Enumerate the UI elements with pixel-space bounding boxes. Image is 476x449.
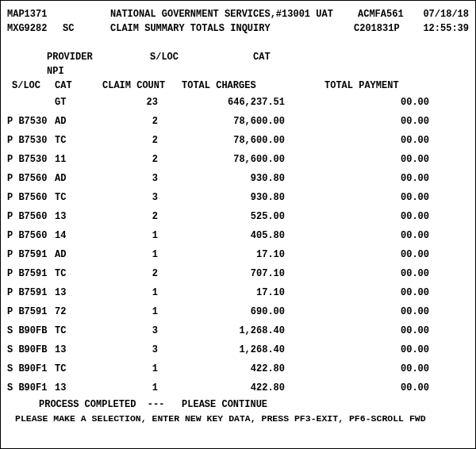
- cell-cat: AD: [55, 174, 94, 183]
- cell-sloc: P B7560: [7, 174, 55, 183]
- cell-sloc: S B90FB: [7, 326, 55, 336]
- cell-payment: 00.00: [285, 174, 469, 183]
- screen-id: MAP1371: [7, 10, 110, 19]
- cell-sloc: P B7591: [7, 288, 55, 297]
- cell-sloc: P B7530: [7, 136, 55, 145]
- col-claim-count: CLAIM COUNT: [102, 81, 182, 90]
- date-value: 07/18/18: [413, 10, 469, 19]
- cat-label: CAT: [253, 52, 469, 62]
- cell-count: 1: [94, 307, 158, 317]
- col-sloc: S/LOC: [7, 81, 55, 90]
- cell-charges: 1,268.40: [158, 326, 285, 336]
- cell-charges: 930.80: [158, 193, 285, 202]
- header-line-1: MAP1371 NATIONAL GOVERNMENT SERVICES,#13…: [7, 7, 469, 21]
- table-row[interactable]: P B7591TC2707.1000.00: [7, 264, 469, 283]
- cell-sloc: S B90FB: [7, 345, 55, 355]
- table-row[interactable]: P B7560TC3930.8000.00: [7, 188, 469, 207]
- cell-cat: TC: [55, 364, 94, 374]
- col-total-charges: TOTAL CHARGES: [182, 81, 301, 90]
- table-row[interactable]: S B90F1131422.8000.00: [7, 378, 469, 397]
- cell-cat: AD: [55, 250, 94, 259]
- cell-count: 2: [94, 155, 158, 164]
- cell-cat: 11: [55, 155, 94, 164]
- session-id: C201831P: [354, 24, 413, 33]
- cell-charges: 422.80: [158, 383, 285, 393]
- cell-payment: 00.00: [285, 383, 469, 393]
- cell-charges: 707.10: [158, 269, 285, 278]
- cell-sloc: P B7591: [7, 307, 55, 317]
- cell-cat: TC: [55, 269, 94, 278]
- cell-sloc: S B90F1: [7, 383, 55, 393]
- cell-count: 23: [94, 98, 158, 107]
- cell-payment: 00.00: [285, 326, 469, 336]
- cell-sloc: P B7560: [7, 212, 55, 221]
- status-text: PROCESS COMPLETED --- PLEASE CONTINUE: [39, 400, 267, 409]
- cell-payment: 00.00: [285, 193, 469, 202]
- cell-count: 2: [94, 269, 158, 278]
- mode-value: SC: [63, 24, 110, 33]
- cell-count: 3: [94, 174, 158, 183]
- cell-sloc: P B7530: [7, 117, 55, 126]
- cell-cat: TC: [55, 136, 94, 145]
- table-row[interactable]: S B90F1TC1422.8000.00: [7, 359, 469, 378]
- time-value: 12:55:39: [413, 24, 469, 33]
- col-cat: CAT: [55, 81, 102, 90]
- npi-line: NPI: [7, 64, 469, 79]
- cell-payment: 00.00: [285, 250, 469, 259]
- cell-charges: 78,600.00: [158, 117, 285, 126]
- cell-count: 1: [94, 250, 158, 259]
- table-row[interactable]: P B7560141405.8000.00: [7, 226, 469, 245]
- cell-sloc: P B7560: [7, 231, 55, 240]
- cell-payment: 00.00: [285, 155, 469, 164]
- cell-payment: 00.00: [285, 117, 469, 126]
- cell-charges: 422.80: [158, 364, 285, 374]
- cell-count: 1: [94, 231, 158, 240]
- table-row[interactable]: P B7591721690.0000.00: [7, 302, 469, 321]
- cell-payment: 00.00: [285, 345, 469, 355]
- screen-title: CLAIM SUMMARY TOTALS INQUIRY: [110, 24, 354, 33]
- cell-charges: 646,237.51: [158, 98, 285, 107]
- cell-cat: 13: [55, 288, 94, 297]
- cell-charges: 17.10: [158, 288, 285, 297]
- cell-count: 3: [94, 326, 158, 336]
- cell-charges: 405.80: [158, 231, 285, 240]
- cell-charges: 78,600.00: [158, 136, 285, 145]
- cell-cat: 72: [55, 307, 94, 317]
- table-row[interactable]: P B7530AD278,600.0000.00: [7, 112, 469, 131]
- provider-label: PROVIDER: [7, 52, 150, 62]
- cell-count: 1: [94, 288, 158, 297]
- cell-cat: 14: [55, 231, 94, 240]
- cell-payment: 00.00: [285, 269, 469, 278]
- cell-cat: GT: [55, 98, 94, 107]
- cell-cat: 13: [55, 212, 94, 221]
- cell-payment: 00.00: [285, 231, 469, 240]
- cell-count: 3: [94, 345, 158, 355]
- table-row[interactable]: P B7560AD3930.8000.00: [7, 169, 469, 188]
- cell-sloc: P B7591: [7, 250, 55, 259]
- cell-charges: 525.00: [158, 212, 285, 221]
- cell-payment: 00.00: [285, 136, 469, 145]
- cell-payment: 00.00: [285, 212, 469, 221]
- org-title: NATIONAL GOVERNMENT SERVICES,#13001 UAT: [110, 10, 358, 19]
- cell-payment: 00.00: [285, 98, 469, 107]
- user-id: MXG9282: [7, 24, 63, 33]
- table-row[interactable]: P B753011278,600.0000.00: [7, 150, 469, 169]
- table-body: GT23646,237.5100.00P B7530AD278,600.0000…: [7, 93, 469, 397]
- cell-sloc: S B90F1: [7, 364, 55, 374]
- cell-sloc: P B7560: [7, 193, 55, 202]
- table-row[interactable]: S B90FBTC31,268.4000.00: [7, 321, 469, 340]
- table-row[interactable]: P B7560132525.0000.00: [7, 207, 469, 226]
- status-line: PROCESS COMPLETED --- PLEASE CONTINUE: [7, 397, 469, 412]
- col-total-payment: TOTAL PAYMENT: [301, 81, 469, 90]
- table-row[interactable]: P B759113117.1000.00: [7, 283, 469, 302]
- table-row[interactable]: S B90FB1331,268.4000.00: [7, 340, 469, 359]
- cell-count: 1: [94, 364, 158, 374]
- table-row[interactable]: P B7530TC278,600.0000.00: [7, 131, 469, 150]
- cell-sloc: P B7530: [7, 155, 55, 164]
- table-row[interactable]: GT23646,237.5100.00: [7, 93, 469, 112]
- table-row[interactable]: P B7591AD117.1000.00: [7, 245, 469, 264]
- app-id: ACMFA561: [358, 10, 413, 19]
- cell-charges: 690.00: [158, 307, 285, 317]
- cell-payment: 00.00: [285, 364, 469, 374]
- instruction-text: PLEASE MAKE A SELECTION, ENTER NEW KEY D…: [15, 414, 426, 424]
